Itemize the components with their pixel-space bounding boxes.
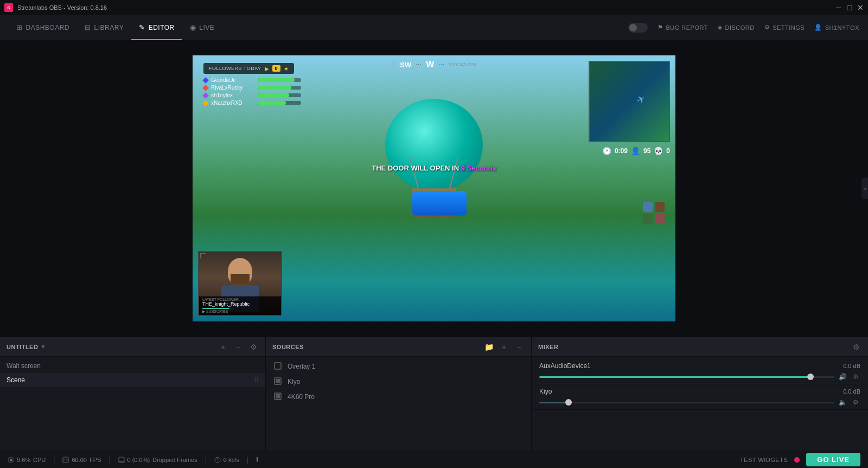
- theme-toggle[interactable]: [628, 23, 648, 33]
- followers-icon: ★: [284, 66, 289, 72]
- scenes-list: Wait screen Scene ⠿: [0, 357, 265, 451]
- mixer-kiyo-speaker[interactable]: 🔈: [838, 397, 847, 407]
- nav-library-label: LIBRARY: [94, 24, 124, 31]
- mixer-kiyo-settings[interactable]: ⚙: [851, 397, 860, 407]
- source-kiyo-icon: [273, 377, 282, 386]
- main-content: S SW ⋯ W ⋯ 210 240 225 FOLLOWERS TODAY ▶…: [0, 40, 868, 468]
- mixer-kiyo-slider[interactable]: [539, 399, 834, 406]
- scenes-settings-button[interactable]: ⚙: [248, 341, 259, 352]
- sources-folder-button[interactable]: 📁: [483, 341, 494, 352]
- game-icon-1: [643, 202, 653, 212]
- mixer-settings-button[interactable]: ⚙: [851, 341, 861, 352]
- mixer-aux-slider[interactable]: [539, 373, 834, 381]
- streamer-head: [228, 258, 252, 285]
- scene-wait-screen[interactable]: Wait screen: [0, 359, 265, 373]
- scenes-panel: UNTITLED ▼ + − ⚙ Wait screen Scene ⠿: [0, 337, 266, 451]
- mixer-track-kiyo: Kiyo 0.0 dB 🔈 ⚙: [532, 384, 868, 410]
- mixer-track-kiyo-header: Kiyo 0.0 dB: [539, 388, 860, 395]
- scene-scene[interactable]: Scene ⠿: [0, 373, 265, 387]
- scenes-title-chevron[interactable]: ▼: [40, 344, 46, 350]
- nav-library[interactable]: ⊟ LIBRARY: [77, 15, 131, 40]
- game-balloon: [385, 99, 483, 218]
- webcam-resize-handle[interactable]: [200, 253, 206, 258]
- door-message: THE DOOR WILL OPEN IN 9 Seconds: [372, 164, 496, 172]
- streamer-beard: [231, 274, 250, 285]
- source-4k60pro[interactable]: 4K60 Pro: [266, 389, 531, 404]
- nav-bugreport[interactable]: ⚑ BUG REPORT: [658, 24, 708, 31]
- sources-panel: SOURCES 📁 + − Overlay 1 Kiyo: [266, 337, 532, 451]
- source-overlay1[interactable]: Overlay 1: [266, 359, 531, 374]
- nav-settings[interactable]: ⚙ SETTINGS: [764, 24, 805, 31]
- info-icon: ℹ: [256, 456, 258, 463]
- sources-add-button[interactable]: +: [499, 341, 509, 352]
- nav-profile-label: sh1nyfox: [825, 24, 859, 31]
- go-live-button[interactable]: GO LIVE: [806, 453, 860, 466]
- statusbar: 9.6% CPU | FPS 60.00 FPS | 0 (0.0%) Drop…: [0, 451, 868, 468]
- scenes-panel-header: UNTITLED ▼ + − ⚙: [0, 337, 265, 357]
- lb-fill-1: [258, 78, 295, 82]
- minimap-bg: [590, 62, 669, 141]
- sources-list: Overlay 1 Kiyo 4K60 Pro: [266, 357, 531, 451]
- status-dropped: 0 (0.0%) Dropped Frames: [118, 457, 205, 463]
- scenes-add-button[interactable]: +: [218, 341, 228, 352]
- source-kiyo[interactable]: Kiyo: [266, 374, 531, 389]
- nav-live[interactable]: ◉ LIVE: [182, 15, 222, 40]
- nav-profile[interactable]: 👤 sh1nyfox: [814, 24, 859, 31]
- timer-icon: 🕐: [602, 147, 611, 155]
- nav-right: ⚑ BUG REPORT ◈ DISCORD ⚙ SETTINGS 👤 sh1n…: [628, 23, 859, 33]
- nav-editor[interactable]: ✎ EDITOR: [131, 15, 182, 40]
- nav-dashboard[interactable]: ⊞ DASHBOARD: [9, 15, 77, 40]
- mixer-track-aux-header: AuxAudioDevice1 0.0 dB: [539, 362, 860, 370]
- mixer-panel-header: MIXER ⚙: [532, 337, 868, 357]
- mixer-aux-fill: [539, 376, 810, 378]
- nav-editor-label: EDITOR: [149, 24, 175, 31]
- players-icon: 👤: [631, 147, 640, 155]
- dashboard-icon: ⊞: [16, 23, 23, 31]
- balloon-ropes: [412, 191, 456, 218]
- mixer-kiyo-thumb[interactable]: [565, 399, 572, 406]
- follower-bar: LATEST FOLLOWER THE_knight_Republic ▶ SU…: [199, 296, 281, 315]
- compass-sw: SW: [400, 61, 411, 69]
- mixer-aux-thumb[interactable]: [807, 374, 814, 380]
- status-divider-1: |: [53, 456, 55, 464]
- sources-remove-button[interactable]: −: [514, 341, 525, 352]
- lb-bar-2: [258, 86, 301, 90]
- settings-icon: ⚙: [764, 24, 770, 31]
- mixer-track-kiyo-db: 0.0 dB: [843, 388, 860, 395]
- lb-row-1: GeordieJc: [203, 77, 301, 83]
- nav-discord[interactable]: ◈ DISCORD: [718, 24, 755, 31]
- maximize-button[interactable]: □: [846, 4, 853, 11]
- titlebar: S Streamlabs OBS - Version: 0.8.16 ─ □ ✕: [0, 0, 868, 15]
- scenes-title-text: UNTITLED: [7, 344, 38, 350]
- cpu-value: 9.6%: [17, 457, 30, 463]
- mixer-panel-title: MIXER: [538, 344, 846, 350]
- right-edge-toggle[interactable]: ◀: [861, 178, 868, 199]
- mixer-aux-controls: 🔊 ⚙: [539, 372, 860, 382]
- lb-name-2: RivaLxRusky: [211, 85, 254, 91]
- mixer-kiyo-controls: 🔈 ⚙: [539, 397, 860, 407]
- fps-value: 60.00: [72, 457, 87, 463]
- minimap: ✈: [589, 61, 670, 142]
- rec-indicator: [794, 457, 800, 463]
- game-icons: [643, 202, 665, 224]
- minimize-button[interactable]: ─: [835, 4, 842, 11]
- nav-bugreport-label: BUG REPORT: [666, 24, 708, 31]
- status-info[interactable]: ℹ: [256, 456, 266, 463]
- nav-dashboard-label: DASHBOARD: [26, 24, 70, 31]
- mixer-aux-settings[interactable]: ⚙: [851, 372, 860, 382]
- test-widgets-button[interactable]: TEST WIDGETS: [740, 457, 788, 463]
- nav-settings-label: SETTINGS: [773, 24, 805, 31]
- balloon-sphere: [385, 99, 483, 191]
- bugreport-icon: ⚑: [658, 24, 663, 31]
- discord-icon: ◈: [718, 24, 723, 31]
- compass-dots2: ⋯: [438, 61, 444, 68]
- mixer-aux-speaker[interactable]: 🔊: [838, 372, 847, 382]
- scenes-remove-button[interactable]: −: [233, 341, 244, 352]
- game-icon-3: [643, 214, 653, 224]
- preview-area: S SW ⋯ W ⋯ 210 240 225 FOLLOWERS TODAY ▶…: [0, 40, 868, 337]
- close-button[interactable]: ✕: [857, 4, 864, 11]
- followers-arrow: ▶: [265, 66, 269, 72]
- preview-canvas[interactable]: S SW ⋯ W ⋯ 210 240 225 FOLLOWERS TODAY ▶…: [193, 55, 675, 321]
- window-controls: ─ □ ✕: [835, 4, 864, 11]
- status-right: TEST WIDGETS GO LIVE: [740, 453, 860, 466]
